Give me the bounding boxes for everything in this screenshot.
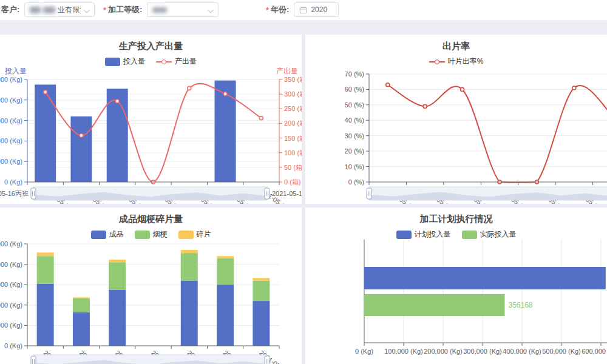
y-axis-tick-label: 0 (Kg)	[4, 178, 22, 186]
chart-legend: 成品烟梗碎片	[0, 229, 302, 240]
legend-label: 烟梗	[153, 229, 168, 240]
redacted-text	[43, 7, 55, 13]
bar-碎片	[253, 278, 270, 280]
y-axis-tick-label: 60,000 (Kg)	[0, 117, 22, 124]
year-label: 年份:	[271, 4, 289, 15]
line-叶片出率%	[388, 85, 607, 183]
legend-label: 叶片出率%	[448, 56, 484, 67]
legend-label: 计划投入量	[415, 229, 451, 240]
bar-计划投入量	[364, 267, 606, 289]
year-form-item: * 年份: 2020	[266, 2, 339, 17]
required-star: *	[266, 5, 269, 15]
y-axis-tick-label: 300 (箱)	[284, 90, 302, 98]
datazoom-left-label: 2021-05-16丙班	[0, 190, 29, 197]
bar-投入量	[70, 116, 92, 182]
bar-成品	[37, 284, 54, 346]
calendar-icon	[299, 6, 307, 14]
legend-label: 成品	[109, 229, 124, 240]
x-axis-tick-label: 500,000 (Kg)	[542, 348, 581, 355]
bar-烟梗	[181, 253, 198, 280]
chart-legend: 叶片出率%	[305, 56, 607, 67]
bar-碎片	[181, 250, 198, 253]
y-axis-tick-label: 30 (%)	[345, 132, 364, 140]
customer-select[interactable]: 业有限责任公	[24, 2, 95, 17]
legend-item-投入量[interactable]: 投入量	[105, 56, 145, 67]
y-axis-tick-label: 40 (%)	[345, 116, 364, 124]
data-point	[80, 133, 83, 137]
bar-碎片	[109, 260, 126, 262]
y-axis-name: 产出量	[276, 67, 298, 75]
y-axis-tick-label: 200 (箱)	[284, 120, 302, 127]
y-axis-tick-label: 350 (箱)	[284, 76, 302, 83]
bar-碎片	[37, 252, 54, 256]
chevron-down-icon	[84, 6, 90, 13]
legend-item-叶片出率%[interactable]: 叶片出率%	[429, 56, 484, 67]
legend-item-碎片[interactable]: 碎片	[178, 229, 211, 240]
legend-item-产出量[interactable]: 产出量	[156, 56, 197, 67]
chart-legend: 计划投入量实际投入量	[305, 229, 607, 240]
data-point	[461, 87, 464, 91]
chart-product-stem-fragment: 0 (Kg)20,000 (Kg)40,000 (Kg)60,000 (Kg)8…	[0, 207, 302, 364]
bar-实际投入量	[364, 294, 505, 316]
bar-legend-icon	[178, 231, 194, 239]
grade-select[interactable]	[147, 2, 219, 17]
bar-投入量	[35, 84, 56, 182]
datazoom-handle[interactable]	[265, 188, 270, 199]
y-axis-tick-label: 80,000 (Kg)	[0, 96, 22, 104]
grade-label: 加工等级:	[108, 4, 142, 15]
datazoom-handle[interactable]	[265, 356, 270, 364]
data-point	[115, 99, 119, 103]
y-axis-tick-label: 20 (%)	[345, 147, 364, 155]
datazoom-right-label: 2021-05-18乙班	[272, 190, 302, 197]
redacted-text	[30, 7, 41, 13]
legend-item-成品[interactable]: 成品	[91, 229, 124, 240]
bar-烟梗	[253, 280, 270, 301]
chart-title: 加工计划执行情况	[305, 214, 607, 225]
customer-select-value: 业有限责任公	[58, 5, 81, 15]
y-axis-tick-label: 100 (箱)	[284, 149, 302, 157]
y-axis-tick-label: 250 (箱)	[284, 105, 302, 112]
y-axis-tick-label: 40,000 (Kg)	[0, 137, 22, 144]
y-axis-tick-label: 20,000 (Kg)	[0, 158, 22, 165]
customer-label: 客户:	[1, 4, 19, 15]
chevron-down-icon	[208, 6, 214, 13]
datazoom-handle[interactable]	[367, 188, 371, 199]
year-value: 2020	[311, 5, 327, 14]
customer-form-item: 客户: 业有限责任公	[1, 2, 95, 17]
bar-legend-icon	[105, 58, 120, 66]
legend-label: 产出量	[175, 56, 197, 67]
chart-legend: 投入量产出量	[0, 56, 302, 67]
grade-form-item: * 加工等级:	[103, 2, 219, 17]
legend-item-实际投入量[interactable]: 实际投入量	[462, 229, 517, 240]
y-axis-tick-label: 60,000 (Kg)	[0, 281, 22, 288]
data-point	[259, 116, 263, 120]
chart-title: 出片率	[305, 41, 607, 52]
chart-plan-execution: 0 (Kg)100,000 (Kg)200,000 (Kg)300,000 (K…	[305, 207, 607, 364]
y-axis-tick-label: 40,000 (Kg)	[0, 302, 22, 309]
y-axis-tick-label: 80,000 (Kg)	[0, 261, 22, 268]
bar-成品	[253, 301, 270, 346]
legend-item-计划投入量[interactable]: 计划投入量	[396, 229, 451, 240]
data-point	[223, 92, 227, 96]
datazoom-handle[interactable]	[31, 356, 36, 364]
bar-烟梗	[73, 298, 90, 312]
chart-slice-rate: 0 (%)10 (%)20 (%)30 (%)40 (%)50 (%)60 (%…	[305, 35, 607, 204]
legend-item-烟梗[interactable]: 烟梗	[135, 229, 168, 240]
year-input[interactable]: 2020	[294, 2, 339, 17]
x-axis-tick-label: 100,000 (Kg)	[384, 348, 423, 355]
data-point	[44, 90, 47, 94]
bar-烟梗	[217, 258, 234, 285]
bar-碎片	[217, 256, 234, 258]
datazoom-handle[interactable]	[31, 188, 36, 199]
bar-烟梗	[109, 262, 126, 289]
bar-烟梗	[37, 256, 54, 283]
bar-成品	[181, 280, 198, 346]
legend-label: 实际投入量	[480, 229, 517, 240]
chart-title: 成品烟梗碎片量	[0, 214, 302, 225]
y-axis-tick-label: 100,000 (Kg)	[0, 76, 22, 83]
data-point	[572, 86, 576, 90]
x-axis-tick-label: 200,000 (Kg)	[424, 348, 463, 355]
y-axis-name: 投入量	[4, 67, 27, 75]
bar-legend-icon	[91, 231, 106, 239]
y-axis-tick-label: 100,000 (Kg)	[0, 240, 22, 248]
